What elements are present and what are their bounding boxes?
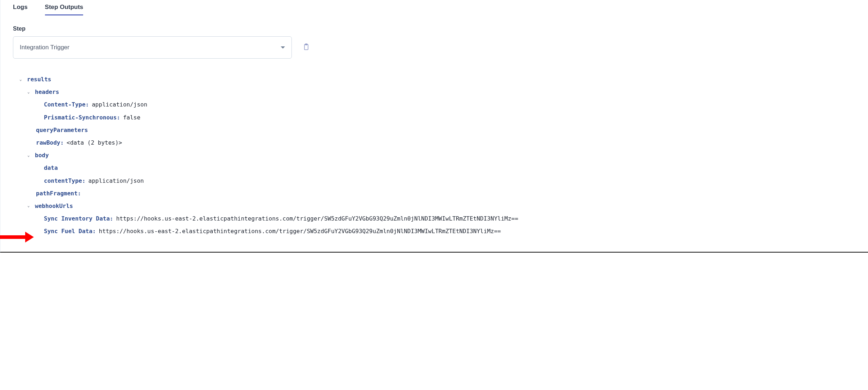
- tree-node-query-parameters[interactable]: queryParameters: [13, 124, 855, 136]
- tab-step-outputs[interactable]: Step Outputs: [45, 4, 83, 15]
- step-section: Step Integration Trigger: [13, 26, 855, 59]
- tree-value: https://hooks.us-east-2.elasticpathinteg…: [116, 212, 518, 225]
- tree-key: data: [44, 162, 58, 174]
- tree-key: Content-Type:: [44, 98, 89, 111]
- tabs-container: Logs Step Outputs: [13, 4, 855, 15]
- chevron-down-icon: [281, 46, 285, 49]
- step-select[interactable]: Integration Trigger: [13, 36, 292, 59]
- tree-value: false: [123, 111, 140, 124]
- tree-key: Prismatic-Synchronous:: [44, 111, 120, 124]
- caret-icon[interactable]: ⌄: [27, 151, 32, 160]
- tree-key: results: [27, 73, 51, 86]
- step-select-value: Integration Trigger: [20, 44, 69, 51]
- tree-key: Sync Inventory Data:: [44, 212, 113, 225]
- tree-node-sync-fuel: Sync Fuel Data: https://hooks.us-east-2.…: [13, 225, 855, 237]
- tree-node-body-content-type: contentType: application/json: [13, 174, 855, 187]
- step-select-row: Integration Trigger: [13, 36, 855, 59]
- tree-key: webhookUrls: [35, 200, 73, 212]
- clipboard-icon[interactable]: [303, 43, 310, 52]
- tree-value: application/json: [89, 174, 144, 187]
- tree-node-headers[interactable]: ⌄ headers: [13, 86, 855, 98]
- tree-value: https://hooks.us-east-2.elasticpathinteg…: [99, 225, 501, 237]
- tree-key: rawBody:: [36, 136, 64, 149]
- tree-node-results[interactable]: ⌄ results: [13, 73, 855, 86]
- tree-value: <data (2 bytes)>: [67, 136, 122, 149]
- tree-key: body: [35, 149, 49, 162]
- tree-node-path-fragment: pathFragment:: [13, 187, 855, 200]
- tree-node-webhook-urls[interactable]: ⌄ webhookUrls: [13, 200, 855, 212]
- tree-node-content-type: Content-Type: application/json: [13, 98, 855, 111]
- step-label: Step: [13, 26, 855, 32]
- tree-key: headers: [35, 86, 59, 98]
- tree-key: pathFragment:: [36, 187, 81, 200]
- tree-key: Sync Fuel Data:: [44, 225, 96, 237]
- caret-icon[interactable]: ⌄: [19, 75, 24, 84]
- tree-node-sync-inventory: Sync Inventory Data: https://hooks.us-ea…: [13, 212, 855, 225]
- caret-icon[interactable]: ⌄: [27, 201, 32, 210]
- caret-icon[interactable]: ⌄: [27, 88, 32, 96]
- tree-value: application/json: [92, 98, 147, 111]
- results-tree: ⌄ results ⌄ headers Content-Type: applic…: [13, 73, 855, 237]
- tab-logs[interactable]: Logs: [13, 4, 28, 15]
- tree-node-raw-body: rawBody: <data (2 bytes)>: [13, 136, 855, 149]
- tree-key: contentType:: [44, 174, 86, 187]
- tree-key: queryParameters: [36, 124, 88, 136]
- tree-node-data[interactable]: data: [13, 162, 855, 174]
- tree-node-body[interactable]: ⌄ body: [13, 149, 855, 162]
- tree-node-prismatic-sync: Prismatic-Synchronous: false: [13, 111, 855, 124]
